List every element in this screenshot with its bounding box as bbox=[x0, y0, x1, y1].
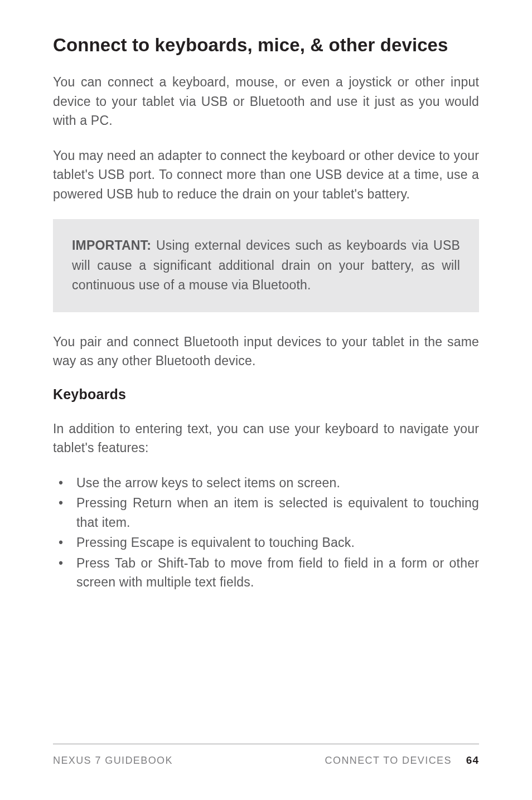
footer-row: NEXUS 7 GUIDEBOOK CONNECT TO DEVICES 64 bbox=[53, 754, 479, 767]
list-item: Pressing Return when an item is selected… bbox=[53, 493, 479, 532]
list-item: Pressing Escape is equivalent to touchin… bbox=[53, 533, 479, 552]
body-paragraph-1: You can connect a keyboard, mouse, or ev… bbox=[53, 72, 479, 130]
subheading-keyboards: Keyboards bbox=[53, 386, 479, 403]
footer-right-group: CONNECT TO DEVICES 64 bbox=[325, 754, 479, 767]
callout-text: IMPORTANT: Using external devices such a… bbox=[72, 236, 460, 295]
important-callout: IMPORTANT: Using external devices such a… bbox=[53, 219, 479, 312]
footer-left: NEXUS 7 GUIDEBOOK bbox=[53, 755, 173, 767]
footer-section: CONNECT TO DEVICES bbox=[325, 755, 452, 767]
body-paragraph-3: You pair and connect Bluetooth input dev… bbox=[53, 332, 479, 371]
body-paragraph-2: You may need an adapter to connect the k… bbox=[53, 146, 479, 204]
page-footer: NEXUS 7 GUIDEBOOK CONNECT TO DEVICES 64 bbox=[53, 744, 479, 767]
footer-rule bbox=[53, 744, 479, 744]
list-item: Use the arrow keys to select items on sc… bbox=[53, 473, 479, 493]
page-heading: Connect to keyboards, mice, & other devi… bbox=[53, 35, 479, 56]
body-paragraph-4: In addition to entering text, you can us… bbox=[53, 419, 479, 458]
page-number: 64 bbox=[466, 754, 479, 767]
bullet-list: Use the arrow keys to select items on sc… bbox=[53, 473, 479, 592]
list-item: Press Tab or Shift-Tab to move from fiel… bbox=[53, 554, 479, 592]
callout-label: IMPORTANT: bbox=[72, 238, 151, 253]
